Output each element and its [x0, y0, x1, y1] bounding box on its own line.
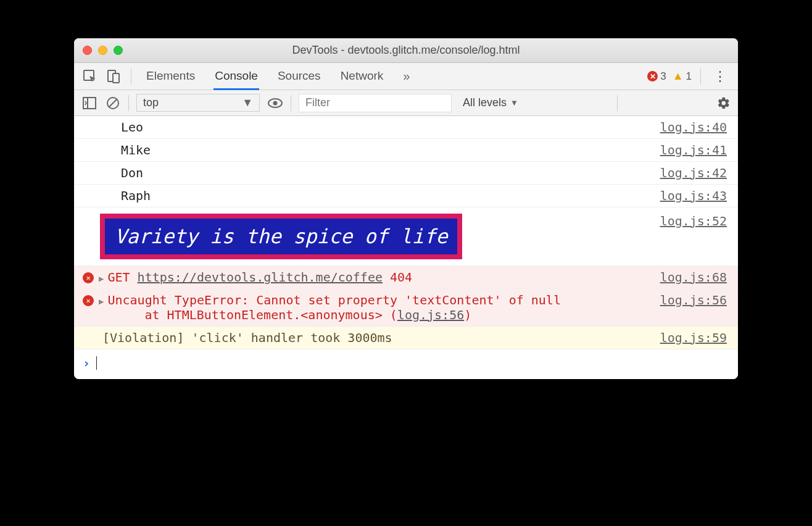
tabbar: Elements Console Sources Network » ✕ 3 ▲… — [74, 63, 738, 90]
disclosure-icon[interactable]: ▶ — [99, 296, 104, 306]
source-link[interactable]: log.js:52 — [660, 214, 727, 259]
device-toolbar-icon[interactable] — [105, 68, 122, 85]
error-count: 3 — [660, 70, 666, 83]
inspect-element-icon[interactable] — [81, 68, 99, 85]
kebab-menu-icon[interactable]: ⋮ — [710, 69, 731, 85]
http-method: GET — [107, 270, 130, 285]
text-cursor — [96, 356, 97, 370]
context-selector[interactable]: top ▼ — [136, 94, 260, 112]
violation-text: [Violation] 'click' handler took 3000ms — [102, 330, 392, 345]
more-tabs-icon[interactable]: » — [403, 69, 410, 83]
error-count-badge[interactable]: ✕ 3 — [647, 70, 666, 83]
zoom-window-button[interactable] — [114, 46, 123, 55]
log-text: Raph — [121, 188, 151, 203]
warning-icon: ▲ — [673, 70, 684, 83]
devtools-window: DevTools - devtools.glitch.me/console/lo… — [74, 38, 738, 379]
close-window-button[interactable] — [83, 46, 92, 55]
stack-link[interactable]: log.js:56 — [397, 307, 464, 322]
minimize-window-button[interactable] — [98, 46, 107, 55]
console-settings-icon[interactable] — [717, 96, 731, 110]
log-text: Don — [121, 165, 143, 180]
console-toolbar: top ▼ All levels ▼ — [74, 90, 738, 116]
prompt-caret-icon: › — [83, 356, 90, 370]
styled-log-entry[interactable]: Variety is the spice of life log.js:52 — [74, 207, 738, 266]
source-link[interactable]: log.js:56 — [660, 293, 727, 307]
svg-rect-2 — [113, 73, 119, 83]
console-output: Leo log.js:40 Mike log.js:41 Don log.js:… — [74, 116, 738, 379]
error-icon: ✕ — [83, 272, 94, 283]
svg-point-8 — [273, 101, 278, 105]
log-entry[interactable]: Mike log.js:41 — [74, 139, 738, 162]
context-label: top — [143, 96, 159, 109]
violation-entry[interactable]: [Violation] 'click' handler took 3000ms … — [74, 327, 738, 349]
source-link[interactable]: log.js:42 — [660, 165, 727, 180]
error-icon: ✕ — [647, 71, 658, 81]
stack-frame: at HTMLButtonElement.<anonymous> ( — [144, 307, 397, 322]
source-link[interactable]: log.js:68 — [660, 270, 727, 285]
error-entry[interactable]: ✕ ▶ GET https://devtools.glitch.me/coffe… — [74, 266, 738, 289]
source-link[interactable]: log.js:43 — [660, 188, 727, 203]
source-link[interactable]: log.js:41 — [660, 143, 727, 157]
styled-log-text: Variety is the spice of life — [100, 214, 462, 259]
clear-console-icon[interactable] — [105, 95, 121, 111]
svg-rect-3 — [83, 98, 96, 109]
log-text: Mike — [121, 143, 151, 157]
source-link[interactable]: log.js:40 — [660, 120, 727, 135]
log-entry[interactable]: Raph log.js:43 — [74, 185, 738, 207]
tab-elements[interactable]: Elements — [145, 63, 196, 90]
log-levels-selector[interactable]: All levels ▼ — [463, 96, 518, 109]
console-sidebar-icon[interactable] — [81, 95, 97, 111]
error-entry[interactable]: ✕ ▶ Uncaught TypeError: Cannot set prope… — [74, 289, 738, 327]
error-url[interactable]: https://devtools.glitch.me/coffee — [138, 270, 383, 285]
tab-console[interactable]: Console — [213, 63, 259, 90]
source-link[interactable]: log.js:59 — [660, 330, 727, 345]
titlebar: DevTools - devtools.glitch.me/console/lo… — [74, 38, 738, 63]
chevron-down-icon: ▼ — [242, 96, 253, 109]
http-status: 404 — [390, 270, 412, 285]
error-icon: ✕ — [83, 295, 94, 306]
log-text: Leo — [121, 120, 143, 135]
error-message: Uncaught TypeError: Cannot set property … — [107, 293, 561, 307]
disclosure-icon[interactable]: ▶ — [99, 273, 104, 283]
filter-input[interactable] — [299, 94, 452, 112]
log-entry[interactable]: Don log.js:42 — [74, 162, 738, 185]
window-title: DevTools - devtools.glitch.me/console/lo… — [74, 44, 738, 57]
levels-label: All levels — [463, 96, 507, 109]
svg-line-6 — [109, 99, 117, 107]
console-prompt[interactable]: › — [74, 349, 738, 379]
warning-count: 1 — [686, 70, 692, 83]
tab-network[interactable]: Network — [339, 63, 385, 90]
traffic-lights — [83, 46, 123, 55]
warning-count-badge[interactable]: ▲ 1 — [673, 70, 692, 83]
live-expression-icon[interactable] — [267, 95, 283, 111]
tab-sources[interactable]: Sources — [276, 63, 322, 90]
chevron-down-icon: ▼ — [510, 98, 518, 107]
log-entry[interactable]: Leo log.js:40 — [74, 116, 738, 139]
